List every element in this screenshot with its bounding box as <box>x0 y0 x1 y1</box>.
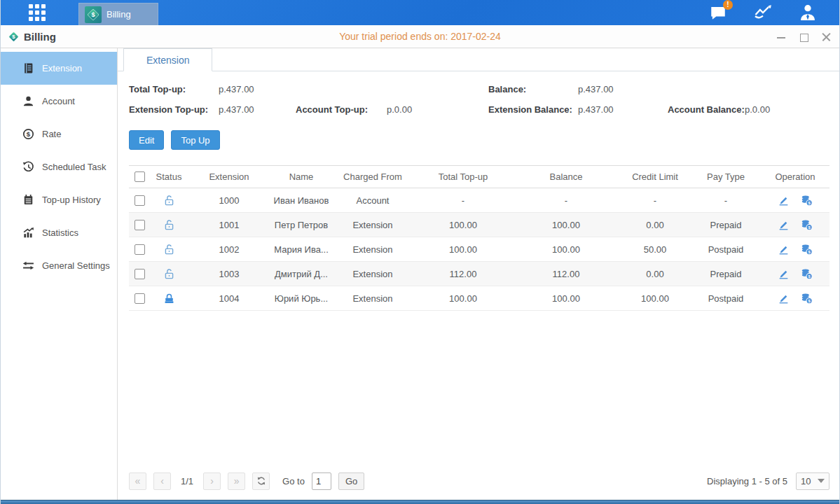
topup-row-icon[interactable]: $ <box>801 293 813 304</box>
pay-type-cell: Postpaid <box>691 293 761 304</box>
total-topup-cell: 112.00 <box>413 269 513 279</box>
edit-button[interactable]: Edit <box>129 130 164 150</box>
first-page-button[interactable]: « <box>129 472 146 490</box>
row-checkbox[interactable] <box>135 244 145 255</box>
edit-row-icon[interactable] <box>778 268 790 280</box>
billing-diamond-icon: $ <box>85 6 102 23</box>
rate-icon: $ <box>22 128 34 140</box>
sidebar-item-extension[interactable]: Extension <box>1 52 117 85</box>
operation-cell: $ <box>761 268 829 280</box>
locked-icon <box>163 293 175 304</box>
displaying-range-text: Displaying 1 - 5 of 5 <box>707 476 787 486</box>
extension-icon <box>22 62 34 74</box>
name-cell: Петр Петров <box>270 220 332 230</box>
billing-diamond-icon: $ <box>8 31 20 43</box>
credit-limit-cell: 50.00 <box>619 244 691 255</box>
topbar-status-icons: ! <box>708 0 818 25</box>
row-checkbox[interactable] <box>135 269 145 279</box>
row-checkbox[interactable] <box>135 195 145 206</box>
sidebar-item-rate[interactable]: $ Rate <box>1 118 117 150</box>
extension-topup-label: Extension Top-up: <box>129 104 219 115</box>
column-header-status: Status <box>150 172 188 182</box>
taskbar-tab-billing[interactable]: $ Billing <box>78 3 158 25</box>
unlocked-icon <box>163 219 175 231</box>
total-topup-value: p.437.00 <box>219 84 296 94</box>
maximize-icon[interactable] <box>799 32 808 42</box>
resource-monitor-icon[interactable] <box>752 2 773 23</box>
name-cell: Дмитрий Д... <box>270 269 332 279</box>
page-size-select[interactable]: 10 <box>796 472 829 490</box>
topup-row-icon[interactable]: $ <box>801 244 813 255</box>
sidebar-item-account[interactable]: Account <box>1 85 117 118</box>
tab-extension[interactable]: Extension <box>123 48 212 71</box>
window-bottom-edge <box>1 500 839 504</box>
svg-text:$: $ <box>27 130 31 138</box>
account-balance-label: Account Balance: <box>668 104 745 115</box>
column-header-total-topup: Total Top-up <box>413 172 513 182</box>
topup-row-icon[interactable]: $ <box>801 195 813 206</box>
content-area: Total Top-up: p.437.00 Balance: p.437.00… <box>118 71 839 500</box>
balance-cell: 100.00 <box>513 220 619 230</box>
trial-period-notice: Your trial period ends on: 2017-02-24 <box>1 31 839 42</box>
balance-cell: - <box>513 195 619 206</box>
notifications-icon[interactable]: ! <box>708 2 729 23</box>
row-checkbox[interactable] <box>135 220 145 230</box>
table-row: 1001 Петр Петров Extension 100.00 100.00… <box>129 213 829 237</box>
edit-row-icon[interactable] <box>778 195 790 206</box>
balance-summary: Total Top-up: p.437.00 Balance: p.437.00… <box>129 84 829 115</box>
last-page-button[interactable]: » <box>228 472 245 490</box>
sidebar-item-topup-history[interactable]: Top-up History <box>1 183 117 216</box>
user-account-icon[interactable] <box>797 2 818 23</box>
go-button[interactable]: Go <box>338 472 364 490</box>
name-cell: Иван Иванов <box>270 195 332 206</box>
credit-limit-cell: 0.00 <box>619 269 691 279</box>
window-titlebar: $ Billing Your trial period ends on: 201… <box>1 25 839 48</box>
sidebar-item-statistics[interactable]: Statistics <box>1 216 117 249</box>
sidebar: Extension Account $ Rat <box>1 48 118 500</box>
refresh-icon <box>256 476 266 486</box>
column-header-charged-from: Charged From <box>332 172 413 182</box>
status-cell <box>150 244 188 255</box>
charged-from-cell: Extension <box>332 244 413 255</box>
operation-cell: $ <box>761 293 829 304</box>
column-header-credit-limit: Credit Limit <box>619 172 691 182</box>
topup-button[interactable]: Top Up <box>171 130 219 150</box>
close-icon[interactable] <box>821 32 831 42</box>
app-launcher-icon[interactable] <box>27 2 48 23</box>
pay-type-cell: - <box>691 195 761 206</box>
edit-row-icon[interactable] <box>778 219 790 231</box>
pagination-bar: « ‹ 1/1 › » Go to Go <box>129 466 829 496</box>
sidebar-item-label: Rate <box>42 129 61 139</box>
credit-limit-cell: 100.00 <box>619 293 691 304</box>
minimize-icon[interactable] <box>776 32 786 42</box>
extension-cell: 1004 <box>188 293 270 304</box>
charged-from-cell: Account <box>332 195 413 206</box>
column-header-balance: Balance <box>513 172 619 182</box>
refresh-button[interactable] <box>252 472 270 490</box>
status-cell <box>150 219 188 231</box>
window-title-group: $ Billing <box>8 31 56 43</box>
table-header-row: Status Extension Name Charged From Total… <box>129 166 829 188</box>
column-header-operation: Operation <box>761 172 829 182</box>
topup-row-icon[interactable]: $ <box>801 268 813 280</box>
next-page-button[interactable]: › <box>203 472 221 490</box>
prev-page-button[interactable]: ‹ <box>153 472 171 490</box>
chevron-down-icon <box>818 479 825 483</box>
column-header-pay-type: Pay Type <box>691 172 761 182</box>
desktop-topbar: $ Billing ! <box>1 0 839 25</box>
notification-badge: ! <box>723 0 733 10</box>
row-checkbox[interactable] <box>135 293 145 304</box>
table-body: 1000 Иван Иванов Account - - - - $ <box>129 188 829 311</box>
edit-row-icon[interactable] <box>778 293 790 304</box>
charged-from-cell: Extension <box>332 269 413 279</box>
account-balance-value: p.0.00 <box>745 104 829 115</box>
sidebar-item-label: Account <box>42 96 75 106</box>
sidebar-item-scheduled-task[interactable]: Scheduled Task <box>1 150 117 183</box>
select-all-checkbox[interactable] <box>135 172 145 182</box>
topup-row-icon[interactable]: $ <box>801 219 813 231</box>
svg-text:$: $ <box>91 11 95 18</box>
account-topup-value: p.0.00 <box>387 104 488 115</box>
edit-row-icon[interactable] <box>778 244 790 255</box>
goto-page-input[interactable] <box>312 472 331 490</box>
sidebar-item-general-settings[interactable]: General Settings <box>1 249 117 282</box>
